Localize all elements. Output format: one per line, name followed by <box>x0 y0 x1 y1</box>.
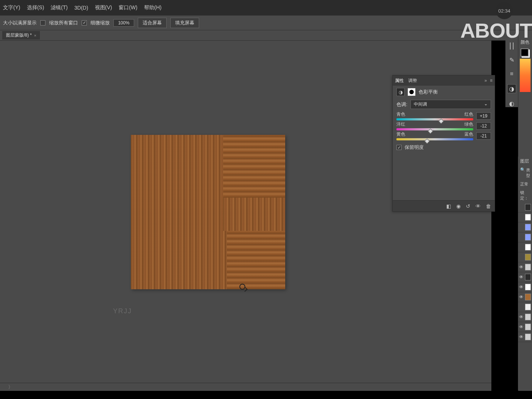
layer-thumbnail <box>525 294 531 300</box>
slider-2-value[interactable]: -21 <box>476 132 491 140</box>
tone-label: 色调: <box>396 101 407 108</box>
slider-0-value[interactable]: +19 <box>476 112 491 120</box>
preserve-luminosity-label: 保留明度 <box>405 144 424 151</box>
artboard-image <box>131 135 285 289</box>
foreground-background-swatch[interactable] <box>521 48 529 57</box>
layer-row[interactable]: 👁 <box>518 332 532 342</box>
slider-2-track[interactable] <box>396 138 473 140</box>
layer-row[interactable]: 👁 <box>518 282 532 292</box>
layer-visibility-icon[interactable]: 👁 <box>519 274 524 280</box>
tab-properties[interactable]: 属性 <box>395 78 404 84</box>
layer-visibility-icon[interactable]: 👁 <box>519 284 524 290</box>
zoom-value-input[interactable]: 100% <box>113 19 134 27</box>
layer-row[interactable]: 👁 <box>518 292 532 302</box>
layer-visibility-icon[interactable]: 👁 <box>519 324 524 330</box>
brush-icon[interactable]: ✎ <box>508 56 515 64</box>
layer-visibility-icon[interactable]: 👁 <box>519 334 524 340</box>
menu-bar: 文字(Y)选择(S)滤镜(T)3D(D)视图(V)窗口(W)帮助(H) <box>0 0 532 16</box>
document-tab-bar: 图层蒙版/8) * × <box>0 30 532 41</box>
layer-mask-icon[interactable] <box>407 88 416 96</box>
layer-visibility-icon[interactable]: 👁 <box>519 294 524 300</box>
tone-select-value: 中间调 <box>414 101 427 108</box>
layer-row[interactable] <box>518 232 532 242</box>
fill-screen-button[interactable]: 填充屏幕 <box>170 18 199 28</box>
slider-1-track[interactable] <box>396 128 473 130</box>
panel-menu-icon[interactable]: ≡ <box>490 78 492 83</box>
zoom-cursor-icon <box>239 284 245 290</box>
paragraph-icon[interactable]: ≡ <box>508 70 515 78</box>
layer-visibility-icon[interactable] <box>519 225 524 230</box>
menu-item-2[interactable]: 滤镜(T) <box>51 4 68 11</box>
close-tab-icon[interactable]: × <box>34 33 36 38</box>
layer-row[interactable] <box>518 302 532 312</box>
panel-footer: ◧ ◉ ↺ 👁 🗑 <box>393 200 495 211</box>
layer-thumbnail <box>525 214 531 221</box>
layer-thumbnail <box>525 254 531 260</box>
right-panel-strip: 颜色 图层 🔍类型 正常 锁定： 👁👁👁👁👁👁👁 <box>518 36 532 399</box>
layer-row[interactable]: 👁 <box>518 262 532 272</box>
layer-thumbnail <box>525 224 531 231</box>
bottom-bar <box>0 391 532 399</box>
menu-item-5[interactable]: 窗口(W) <box>119 4 137 11</box>
adjustments-icon[interactable]: ◑ <box>507 84 516 93</box>
document-tab[interactable]: 图层蒙版/8) * × <box>2 31 40 40</box>
reset-icon[interactable]: ↺ <box>466 203 470 209</box>
color-gradient[interactable] <box>520 59 531 92</box>
layer-thumbnail <box>525 334 531 340</box>
status-expand-icon[interactable]: 〉 <box>8 384 13 391</box>
layer-row[interactable]: 👁 <box>518 272 532 282</box>
layer-visibility-icon[interactable] <box>519 245 524 250</box>
fit-screen-button[interactable]: 适合屏幕 <box>138 18 167 28</box>
collapsed-panel-dock: ⎮⎮ ✎ ≡ ◑ ◐ <box>505 38 518 107</box>
layer-visibility-icon[interactable]: 👁 <box>519 314 524 320</box>
dock-icon-1[interactable]: ⎮⎮ <box>508 42 515 50</box>
adjustment-type-icon: ◑ <box>396 88 405 96</box>
clock-badge: 02:34 <box>496 2 513 19</box>
view-previous-icon[interactable]: ◉ <box>456 203 461 209</box>
slider-1-left-label: 洋红 <box>396 121 405 127</box>
menu-item-6[interactable]: 帮助(H) <box>144 4 161 11</box>
layer-row[interactable] <box>518 252 532 262</box>
slider-0-track[interactable] <box>396 118 473 120</box>
layer-visibility-icon[interactable] <box>519 255 524 260</box>
layer-filter[interactable]: 🔍类型 <box>518 166 532 180</box>
layer-row[interactable] <box>518 222 532 232</box>
panel-collapse-icon[interactable]: » <box>484 78 487 83</box>
tone-select[interactable]: 中间调 ⌄ <box>410 100 491 109</box>
history-icon[interactable]: ◐ <box>508 100 515 107</box>
layer-visibility-icon[interactable] <box>519 304 524 310</box>
zoom-all-windows-checkbox[interactable] <box>40 20 45 25</box>
layer-visibility-icon[interactable] <box>519 215 524 220</box>
slider-0-right-label: 红色 <box>464 111 473 117</box>
slider-2-right-label: 蓝色 <box>464 131 473 137</box>
fine-zoom-checkbox[interactable] <box>82 20 87 25</box>
menu-item-0[interactable]: 文字(Y) <box>3 4 20 11</box>
layer-visibility-icon[interactable]: 👁 <box>519 265 524 270</box>
layer-row[interactable] <box>518 202 532 212</box>
menu-item-1[interactable]: 选择(S) <box>27 4 44 11</box>
delete-icon[interactable]: 🗑 <box>486 203 491 209</box>
layer-thumbnail <box>525 314 531 320</box>
adjustment-type-label: 色彩平衡 <box>419 89 438 95</box>
tab-adjustments[interactable]: 调整 <box>408 78 417 84</box>
menu-item-3[interactable]: 3D(D) <box>74 5 88 11</box>
layer-visibility-icon[interactable] <box>519 235 524 240</box>
preserve-luminosity-checkbox[interactable] <box>396 145 402 150</box>
fine-zoom-label: 细微缩放 <box>91 20 110 26</box>
layer-thumbnail <box>525 264 531 270</box>
layer-row[interactable] <box>518 212 532 222</box>
options-bar: 大小以满屏显示 缩放所有窗口 细微缩放 100% 适合屏幕 填充屏幕 <box>0 16 532 30</box>
watermark: YRJJ <box>113 307 132 315</box>
layer-row[interactable]: 👁 <box>518 322 532 332</box>
clip-to-layer-icon[interactable]: ◧ <box>446 203 451 209</box>
layer-row[interactable] <box>518 242 532 252</box>
zoom-all-windows-label: 缩放所有窗口 <box>49 20 78 26</box>
slider-1-value[interactable]: -12 <box>476 122 491 130</box>
visibility-icon[interactable]: 👁 <box>475 203 481 209</box>
layers-panel-label[interactable]: 图层 <box>518 157 532 166</box>
layer-visibility-icon[interactable] <box>519 205 524 210</box>
menu-item-4[interactable]: 视图(V) <box>95 4 112 11</box>
chevron-down-icon: ⌄ <box>484 101 488 108</box>
layer-row[interactable]: 👁 <box>518 312 532 322</box>
blend-mode-select[interactable]: 正常 <box>518 180 532 188</box>
